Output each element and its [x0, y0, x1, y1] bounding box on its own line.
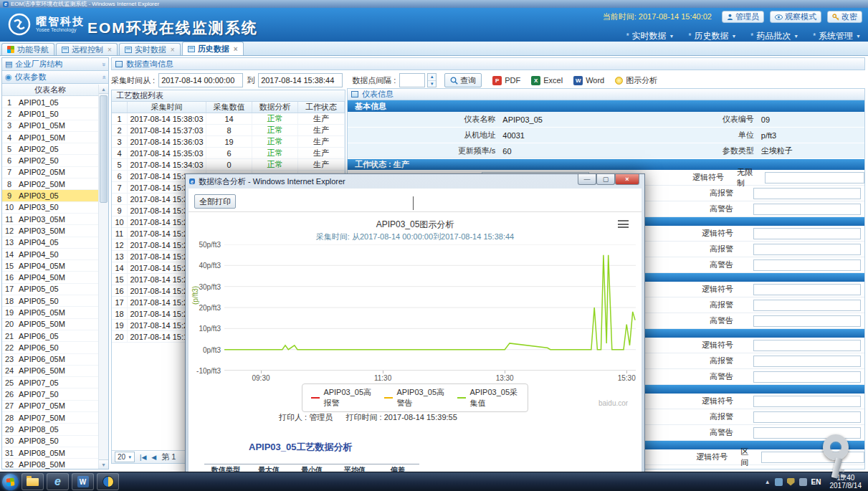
interval-spinner[interactable]: ▲▼: [427, 73, 437, 87]
sidebar-scrollbar[interactable]: ▲ ▼: [98, 85, 108, 469]
meter-list-item[interactable]: 30APIP08_50: [2, 436, 98, 447]
to-datetime-input[interactable]: [258, 73, 343, 87]
meter-list-item[interactable]: 14APIP04_50: [2, 249, 98, 260]
export-excel-button[interactable]: XExcel: [531, 76, 563, 85]
meter-list-item[interactable]: 17APIP05_05: [2, 284, 98, 295]
meter-list-item[interactable]: 5APIP02_05: [2, 143, 98, 155]
meter-list-item[interactable]: 9APIP03_05: [2, 190, 98, 201]
network-icon[interactable]: [775, 478, 783, 486]
limit-input[interactable]: [753, 356, 861, 367]
meter-list-item[interactable]: 26APIP07_50: [2, 388, 98, 400]
meter-list-item[interactable]: 28APIP07_50M: [2, 412, 98, 424]
limit-input[interactable]: [753, 315, 861, 327]
meter-list-item[interactable]: 13APIP04_05: [2, 237, 98, 249]
volume-icon[interactable]: [799, 478, 807, 486]
tab-item[interactable]: 历史数据×: [182, 42, 244, 55]
legend-item[interactable]: APIP03_05高报警: [311, 387, 373, 409]
header-menu-item[interactable]: *系统管理▼: [813, 30, 861, 42]
admin-button[interactable]: 管理员: [722, 11, 764, 23]
search-button[interactable]: 查询: [444, 73, 482, 87]
limit-input[interactable]: [753, 228, 861, 239]
meter-list-item[interactable]: 18APIP05_50: [2, 295, 98, 307]
sidebar-section-meters[interactable]: ◉ 仪表参数 »: [2, 71, 108, 84]
meter-list-item[interactable]: 23APIP06_05M: [2, 354, 98, 366]
page-size-select[interactable]: 20▼: [115, 452, 135, 462]
change-password-button[interactable]: 改密: [827, 11, 862, 23]
security-icon[interactable]: [787, 478, 795, 486]
tab-item[interactable]: 实时数据×: [119, 43, 181, 55]
meter-list-item[interactable]: 27APIP07_05M: [2, 401, 98, 412]
meter-list-item[interactable]: 11APIP03_05M: [2, 214, 98, 225]
tab-item[interactable]: 功能导航: [1, 43, 54, 55]
from-datetime-input[interactable]: [158, 73, 243, 87]
chevron-up-icon[interactable]: »: [100, 75, 107, 79]
limit-input[interactable]: [753, 188, 861, 199]
scroll-down-icon[interactable]: ▼: [99, 459, 108, 469]
legend-item[interactable]: APIP03_05采集值: [457, 387, 519, 409]
tray-expand-icon[interactable]: ▲: [765, 479, 771, 485]
table-row[interactable]: 52017-08-14 15:34:030正常生产: [112, 159, 345, 171]
tab-item[interactable]: 远程控制×: [56, 43, 118, 55]
table-row[interactable]: 12017-08-14 15:38:0314正常生产: [112, 113, 345, 125]
minimize-button[interactable]: —: [578, 174, 596, 185]
meter-list-item[interactable]: 8APIP02_50M: [2, 178, 98, 190]
chevron-down-icon[interactable]: »: [100, 62, 107, 66]
limit-input[interactable]: [753, 340, 861, 351]
table-row[interactable]: 22017-08-14 15:37:038正常生产: [112, 125, 345, 136]
taskbar-word-button[interactable]: W: [72, 473, 94, 490]
close-button[interactable]: ×: [615, 174, 639, 185]
limit-input[interactable]: [753, 204, 861, 215]
scrollbar-thumb[interactable]: [100, 95, 108, 203]
taskbar-explorer-button[interactable]: [22, 473, 44, 490]
sidebar-section-plant[interactable]: ▤ 企业厂房结构 »: [2, 58, 108, 71]
limit-input[interactable]: [753, 259, 861, 271]
header-menu-item[interactable]: *历史数据▼: [688, 30, 736, 42]
tab-close-icon[interactable]: ×: [171, 46, 175, 54]
meter-list-item[interactable]: 29APIP08_05: [2, 424, 98, 435]
prev-page-icon[interactable]: ◀: [151, 454, 156, 461]
limit-input[interactable]: [765, 172, 864, 183]
legend-item[interactable]: APIP03_05高警告: [384, 387, 446, 409]
meter-list-item[interactable]: 3APIP01_05M: [2, 120, 98, 132]
meter-list-item[interactable]: 12APIP03_50M: [2, 225, 98, 237]
header-menu-item[interactable]: *实时数据▼: [626, 30, 674, 42]
spinner-up-icon[interactable]: ▲: [428, 74, 436, 81]
observe-mode-button[interactable]: 观察模式: [770, 11, 821, 23]
table-row[interactable]: 42017-08-14 15:35:036正常生产: [112, 148, 345, 159]
table-row[interactable]: 32017-08-14 15:36:0319正常生产: [112, 136, 345, 148]
limit-input[interactable]: [753, 244, 861, 255]
meter-list-item[interactable]: 20APIP05_50M: [2, 319, 98, 330]
meter-list-item[interactable]: 31APIP08_05M: [2, 447, 98, 459]
scroll-up-icon[interactable]: ▲: [99, 85, 108, 94]
first-page-icon[interactable]: |◀: [140, 454, 146, 461]
meter-list-item[interactable]: 32APIP08_50M: [2, 459, 98, 469]
spinner-down-icon[interactable]: ▼: [428, 81, 436, 87]
chart-menu-icon[interactable]: [618, 220, 629, 228]
tab-close-icon[interactable]: ×: [234, 45, 238, 53]
print-all-button[interactable]: 全部打印: [194, 194, 236, 209]
taskbar-eom-button[interactable]: [97, 473, 119, 490]
meter-list-item[interactable]: 22APIP06_50: [2, 342, 98, 353]
meter-list-item[interactable]: 4APIP01_50M: [2, 132, 98, 143]
interval-input[interactable]: [399, 73, 425, 87]
meter-list-item[interactable]: 25APIP07_05: [2, 377, 98, 388]
chart-analysis-button[interactable]: 图示分析: [615, 75, 657, 86]
maximize-button[interactable]: ▢: [596, 174, 615, 185]
limit-input[interactable]: [753, 300, 861, 311]
meter-list-item[interactable]: 6APIP02_50: [2, 155, 98, 166]
meter-list-item[interactable]: 16APIP04_50M: [2, 272, 98, 283]
key-gadget[interactable]: [816, 434, 859, 482]
meter-list-item[interactable]: 10APIP03_50: [2, 202, 98, 214]
meter-list-item[interactable]: 21APIP06_05: [2, 330, 98, 342]
meter-list-item[interactable]: 19APIP05_05M: [2, 307, 98, 318]
meter-list-item[interactable]: 15APIP04_05M: [2, 260, 98, 272]
tab-close-icon[interactable]: ×: [108, 46, 112, 54]
popup-title-bar[interactable]: e 数据综合分析 - Windows Internet Explorer: [186, 174, 644, 189]
limit-input[interactable]: [753, 396, 861, 407]
meter-list-item[interactable]: 1APIP01_05: [2, 97, 98, 108]
header-menu-item[interactable]: *药品批次▼: [750, 30, 798, 42]
start-button[interactable]: [2, 474, 19, 490]
limit-input[interactable]: [753, 371, 861, 383]
export-pdf-button[interactable]: PPDF: [492, 76, 520, 85]
limit-input[interactable]: [753, 284, 861, 295]
